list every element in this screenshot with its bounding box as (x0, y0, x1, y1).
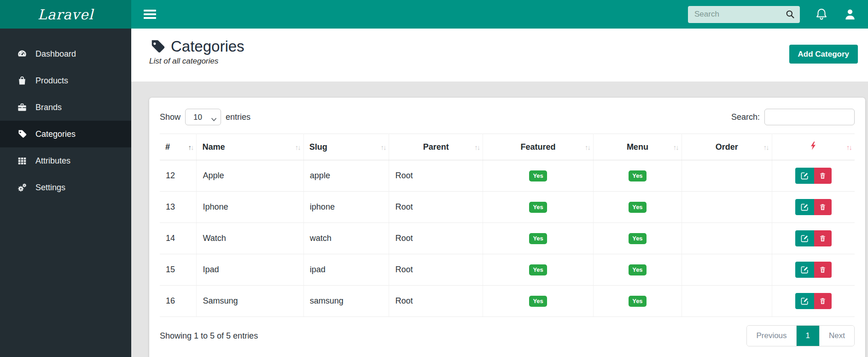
featured-badge: Yes (529, 170, 547, 181)
table-footer: Showing 1 to 5 of 5 entries Previous 1 N… (160, 325, 855, 346)
featured-badge: Yes (529, 264, 547, 275)
sort-arrows-icon: ↑↓ (585, 143, 590, 151)
menu-badge: Yes (629, 233, 646, 244)
sort-arrows-icon: ↑↓ (295, 143, 300, 151)
content: Show 10 entries Search: #↑↓ (131, 82, 868, 357)
table-search-input[interactable] (764, 109, 855, 125)
table-row: 12 Apple apple Root Yes Yes (160, 160, 855, 192)
delete-button[interactable] (814, 262, 832, 278)
table-controls: Show 10 entries Search: (160, 109, 855, 125)
sidebar-item-categories[interactable]: Categories (0, 121, 131, 147)
sidebar-item-label: Settings (35, 183, 65, 193)
cogs-icon (17, 182, 27, 193)
table-row: 15 Ipad ipad Root Yes Yes (160, 254, 855, 286)
edit-button[interactable] (795, 262, 814, 278)
bell-icon[interactable] (815, 7, 828, 21)
sidebar-item-label: Categories (35, 129, 76, 139)
column-header-menu[interactable]: Menu↑↓ (594, 134, 682, 160)
menu-badge: Yes (629, 296, 646, 307)
app-logo[interactable]: Laravel (0, 0, 131, 29)
column-header-slug[interactable]: Slug↑↓ (303, 134, 389, 160)
topbar: Laravel (0, 0, 868, 29)
tag-icon (17, 129, 27, 139)
page-title: Categories (171, 38, 245, 55)
shopping-bag-icon (17, 76, 27, 86)
lightning-icon (810, 143, 816, 152)
featured-badge: Yes (529, 296, 547, 307)
pagination: Previous 1 Next (746, 325, 855, 346)
menu-icon[interactable] (140, 5, 160, 23)
edit-button[interactable] (795, 168, 814, 184)
edit-icon (800, 234, 809, 243)
column-header-name[interactable]: Name↑↓ (197, 134, 303, 160)
table-row: 14 Watch watch Root Yes Yes (160, 223, 855, 254)
menu-badge: Yes (629, 170, 646, 181)
briefcase-icon (17, 102, 27, 112)
trash-icon (819, 266, 827, 274)
main-area: Categories List of all categories Add Ca… (131, 29, 868, 357)
grid-icon (17, 156, 27, 166)
topbar-main (131, 0, 868, 29)
sidebar-item-brands[interactable]: Brands (0, 94, 131, 121)
tag-icon (149, 38, 166, 55)
sort-arrows-icon: ↑↓ (763, 143, 769, 151)
menu-badge: Yes (629, 264, 646, 275)
pagination-previous-button[interactable]: Previous (747, 326, 796, 346)
pagination-page-1-button[interactable]: 1 (797, 326, 819, 346)
sort-arrows-icon: ↑↓ (673, 143, 678, 151)
sidebar-item-dashboard[interactable]: Dashboard (0, 41, 131, 67)
sort-arrows-icon: ↑↓ (846, 143, 851, 151)
sidebar-item-attributes[interactable]: Attributes (0, 147, 131, 174)
column-header-featured[interactable]: Featured↑↓ (483, 134, 594, 160)
categories-card: Show 10 entries Search: #↑↓ (149, 98, 865, 357)
edit-button[interactable] (795, 199, 814, 215)
column-header-parent[interactable]: Parent↑↓ (389, 134, 483, 160)
categories-table: #↑↓Name↑↓Slug↑↓Parent↑↓Featured↑↓Menu↑↓O… (160, 134, 855, 317)
sort-arrows-icon: ↑↓ (188, 143, 193, 151)
trash-icon (819, 172, 827, 180)
sidebar-item-label: Attributes (35, 156, 70, 166)
app-logo-text: Laravel (38, 6, 93, 23)
entries-info: Showing 1 to 5 of 5 entries (160, 331, 258, 341)
sidebar-item-settings[interactable]: Settings (0, 174, 131, 201)
edit-icon (800, 203, 809, 211)
trash-icon (819, 234, 827, 243)
pagination-next-button[interactable]: Next (819, 326, 854, 346)
dashboard-icon (17, 49, 27, 59)
show-label: Show (160, 112, 181, 122)
magnifier-icon[interactable] (782, 7, 798, 22)
column-header-order[interactable]: Order↑↓ (682, 134, 772, 160)
sidebar-item-label: Products (35, 76, 68, 86)
sidebar-item-label: Dashboard (35, 49, 76, 59)
table-row: 13 Iphone iphone Root Yes Yes (160, 192, 855, 223)
edit-icon (800, 265, 809, 274)
sidebar-item-label: Brands (35, 103, 62, 112)
sort-arrows-icon: ↑↓ (380, 143, 385, 151)
column-header-actions[interactable]: ↑↓ (772, 134, 855, 160)
trash-icon (819, 203, 827, 211)
entries-label: entries (226, 112, 250, 122)
sort-arrows-icon: ↑↓ (474, 143, 479, 151)
edit-button[interactable] (795, 293, 814, 309)
trash-icon (819, 297, 827, 305)
featured-badge: Yes (529, 233, 547, 244)
delete-button[interactable] (814, 199, 832, 215)
delete-button[interactable] (814, 168, 832, 184)
edit-button[interactable] (795, 230, 814, 246)
menu-badge: Yes (629, 202, 646, 213)
table-search-label: Search: (731, 112, 760, 122)
user-icon[interactable] (843, 7, 857, 21)
edit-icon (800, 171, 809, 180)
table-row: 16 Samsung samsung Root Yes Yes (160, 286, 855, 317)
sidebar: Dashboard Products Brands Categories Att… (0, 29, 131, 357)
featured-badge: Yes (529, 202, 547, 213)
edit-icon (800, 297, 809, 305)
add-category-button[interactable]: Add Category (789, 45, 858, 64)
page-subtitle: List of all categories (149, 57, 868, 66)
sidebar-item-products[interactable]: Products (0, 67, 131, 94)
column-header-num[interactable]: #↑↓ (160, 134, 197, 160)
delete-button[interactable] (814, 230, 832, 246)
page-size-select[interactable]: 10 (185, 109, 221, 125)
topbar-search (688, 6, 800, 23)
delete-button[interactable] (814, 293, 832, 309)
